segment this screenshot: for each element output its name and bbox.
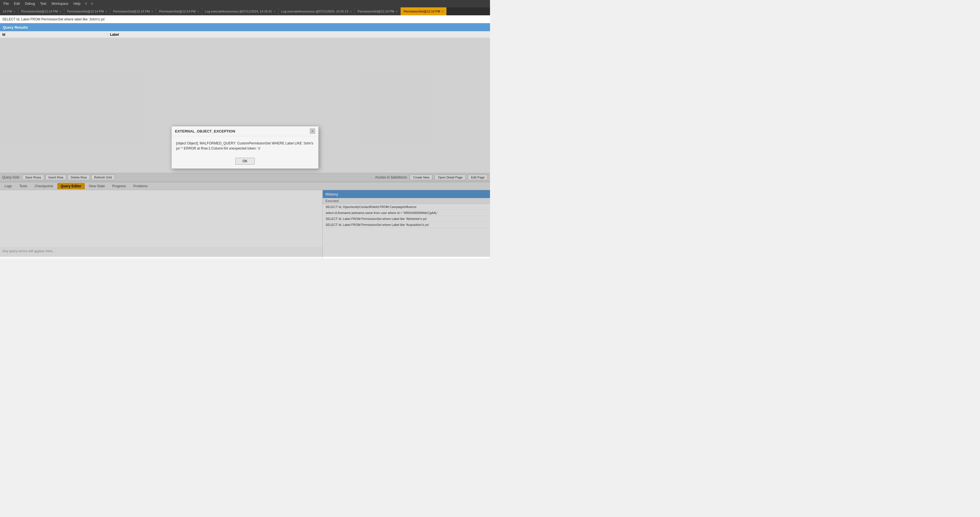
tab-close-5[interactable]: ×	[274, 10, 275, 13]
menu-test[interactable]: Test	[38, 1, 48, 6]
query-results-label: Query Results	[3, 25, 28, 30]
tab-close-6[interactable]: ×	[350, 10, 352, 13]
tab-5[interactable]: Log executeAnonymous @07/11/2024, 14:16:…	[202, 7, 278, 15]
query-results-header: Query Results	[0, 23, 490, 31]
tab-7[interactable]: PermissionSet@12:14 PM ×	[355, 7, 401, 15]
nav-back[interactable]: <	[83, 1, 89, 6]
dialog-body: [object Object]: MALFORMED_QUERY: Custom…	[172, 136, 318, 155]
sql-bar: SELECT Id, Label FROM PermissionSet wher…	[0, 15, 490, 23]
tab-1[interactable]: PermissionSet@12:14 PM ×	[18, 7, 64, 15]
tab-close-7[interactable]: ×	[396, 10, 398, 13]
menu-bar: File Edit Debug Test Workspace Help < >	[0, 0, 490, 7]
menu-help[interactable]: Help	[71, 1, 83, 6]
tab-2[interactable]: PermissionSet@12:14 PM ×	[64, 7, 110, 15]
dialog-overlay: EXTERNAL_OBJECT_EXCEPTION × [object Obje…	[0, 38, 490, 257]
nav-forward[interactable]: >	[89, 1, 95, 6]
error-dialog: EXTERNAL_OBJECT_EXCEPTION × [object Obje…	[171, 126, 319, 169]
tab-8[interactable]: PermissionSet@12:14 PM ×	[401, 7, 447, 15]
tab-close-2[interactable]: ×	[105, 10, 107, 13]
menu-workspace[interactable]: Workspace	[49, 1, 71, 6]
dialog-ok-button[interactable]: OK	[235, 158, 255, 164]
tab-close-1[interactable]: ×	[60, 10, 61, 13]
results-area: EXTERNAL_OBJECT_EXCEPTION × [object Obje…	[0, 38, 490, 257]
tab-close-3[interactable]: ×	[151, 10, 153, 13]
dialog-footer: OK	[172, 155, 318, 169]
app-layout: File Edit Debug Test Workspace Help < > …	[0, 0, 490, 258]
tab-3[interactable]: PermissionSet@12:14 PM ×	[110, 7, 156, 15]
tab-close-0[interactable]: ×	[14, 10, 15, 13]
tabs-bar: 14 PM × PermissionSet@12:14 PM × Permiss…	[0, 7, 490, 15]
dialog-titlebar: EXTERNAL_OBJECT_EXCEPTION ×	[172, 126, 318, 136]
tab-close-8[interactable]: ×	[442, 10, 444, 13]
dialog-title: EXTERNAL_OBJECT_EXCEPTION	[175, 129, 235, 133]
tab-close-4[interactable]: ×	[197, 10, 199, 13]
menu-file[interactable]: File	[1, 1, 11, 6]
menu-edit[interactable]: Edit	[12, 1, 22, 6]
table-header: Id Label	[0, 31, 490, 38]
menu-debug[interactable]: Debug	[23, 1, 37, 6]
tab-6[interactable]: Log executeAnonymous @07/11/2024, 14:25:…	[278, 7, 355, 15]
col-header-id: Id	[0, 33, 108, 37]
tab-0[interactable]: 14 PM ×	[0, 7, 18, 15]
dialog-message: [object Object]: MALFORMED_QUERY: Custom…	[176, 141, 313, 150]
sql-text: SELECT Id, Label FROM PermissionSet wher…	[2, 17, 105, 21]
dialog-close-button[interactable]: ×	[310, 129, 315, 134]
col-header-label: Label	[108, 33, 121, 37]
tab-4[interactable]: PermissionSet@12:14 PM ×	[156, 7, 202, 15]
